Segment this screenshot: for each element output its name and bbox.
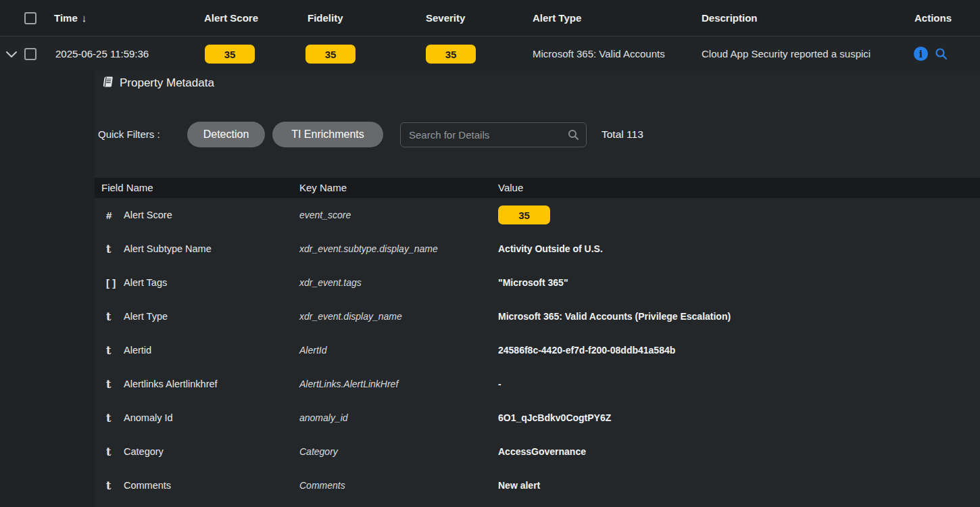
key-name-cell: AlertLinks.AlertLinkHref xyxy=(299,379,498,389)
total-count: Total 113 xyxy=(602,122,643,147)
text-type-icon: t xyxy=(106,243,120,256)
key-name-cell: event_score xyxy=(299,210,498,220)
details-search xyxy=(400,122,587,147)
search-icon xyxy=(567,128,580,141)
search-action-icon[interactable] xyxy=(934,47,948,61)
table-row: t Alert Subtype Name xdr_event.subtype.d… xyxy=(95,232,980,266)
field-name-cell: t Alert Type xyxy=(95,310,299,323)
severity-badge: 35 xyxy=(426,45,476,64)
text-type-icon: t xyxy=(106,378,120,391)
field-label: Anomaly Id xyxy=(124,412,173,423)
column-header-time[interactable]: Time↓ xyxy=(54,0,87,37)
column-header-severity: Severity xyxy=(426,0,465,37)
key-name-cell: Comments xyxy=(299,480,498,491)
field-name-column-header: Field Name xyxy=(101,178,153,198)
chevron-down-icon[interactable] xyxy=(5,50,18,59)
value-column-header: Value xyxy=(498,178,523,198)
key-name-cell: anomaly_id xyxy=(299,412,498,423)
metadata-rows: # Alert Score event_score 35 t Alert Sub… xyxy=(95,198,980,502)
time-header-label: Time xyxy=(54,12,78,24)
value-cell: Activity Outside of U.S. xyxy=(498,243,980,254)
table-row: # Alert Score event_score 35 xyxy=(95,198,980,232)
table-row: t Category Category AccessGovernance xyxy=(95,435,980,468)
select-all-checkbox[interactable] xyxy=(24,12,36,24)
value-cell: 24586f8c-4420-ef7d-f200-08ddb41a584b xyxy=(498,345,980,356)
text-type-icon: t xyxy=(106,445,120,458)
fidelity-badge: 35 xyxy=(305,45,356,64)
field-label: Alert Subtype Name xyxy=(124,243,212,254)
key-name-column-header: Key Name xyxy=(299,178,347,198)
column-header-alert-score: Alert Score xyxy=(204,0,258,37)
value-cell: New alert xyxy=(498,480,980,491)
alert-detail-panel: Property Metadata Quick Filters : Detect… xyxy=(95,71,980,507)
text-type-icon: t xyxy=(106,479,120,492)
metadata-table-header: Field Name Key Name Value xyxy=(95,178,980,198)
details-search-input[interactable] xyxy=(400,122,587,147)
field-name-cell: t Category xyxy=(95,445,299,458)
value-cell: Microsoft 365: Valid Accounts (Privilege… xyxy=(498,311,980,322)
text-type-icon: t xyxy=(106,344,120,357)
field-name-cell: t Anomaly Id xyxy=(95,412,299,425)
value-cell: 6O1_qJcBdkv0CogtPY6Z xyxy=(498,412,980,423)
key-name-cell: xdr_event.subtype.display_name xyxy=(299,243,498,254)
field-label: Alertlinks Alertlinkhref xyxy=(124,379,218,389)
alerts-screen: Time↓ Alert Score Fidelity Severity Aler… xyxy=(0,0,980,507)
field-label: Alert Score xyxy=(124,210,172,220)
key-name-cell: xdr_event.display_name xyxy=(299,311,498,322)
field-name-cell: # Alert Score xyxy=(95,210,299,221)
field-label: Comments xyxy=(124,480,171,491)
table-row: t Comments Comments New alert xyxy=(95,468,980,502)
alert-description-value: Cloud App Security reported a suspici xyxy=(702,37,871,71)
ti-enrichments-filter-button[interactable]: TI Enrichments xyxy=(272,122,383,147)
alert-table-row: 2025-06-25 11:59:36 35 35 35 Microsoft 3… xyxy=(0,37,980,71)
field-label: Category xyxy=(124,446,164,457)
column-header-alert-type: Alert Type xyxy=(533,0,581,37)
value-cell: AccessGovernance xyxy=(498,446,980,457)
detection-filter-button[interactable]: Detection xyxy=(187,122,265,147)
value-cell: 35 xyxy=(498,206,980,224)
value-cell: "Microsoft 365" xyxy=(498,277,980,288)
sort-descending-icon[interactable]: ↓ xyxy=(82,12,87,24)
field-name-cell: t Alert Subtype Name xyxy=(95,243,299,256)
key-name-cell: xdr_event.tags xyxy=(299,277,498,288)
key-name-cell: AlertId xyxy=(299,345,498,356)
alert-type-value: Microsoft 365: Valid Accounts xyxy=(533,37,665,71)
column-header-actions: Actions xyxy=(914,0,952,37)
array-type-icon: [ ] xyxy=(106,277,120,289)
row-checkbox[interactable] xyxy=(24,48,36,60)
quick-filters-label: Quick Filters : xyxy=(98,122,160,147)
number-type-icon: # xyxy=(106,210,120,221)
score-value-badge: 35 xyxy=(498,206,550,224)
field-name-cell: t Comments xyxy=(95,479,299,492)
value-cell: - xyxy=(498,379,980,389)
alert-score-badge: 35 xyxy=(205,45,255,64)
alert-table-header: Time↓ Alert Score Fidelity Severity Aler… xyxy=(0,0,980,37)
table-row: t Alert Type xdr_event.display_name Micr… xyxy=(95,299,980,333)
text-type-icon: t xyxy=(106,412,120,425)
text-type-icon: t xyxy=(106,310,120,323)
key-name-cell: Category xyxy=(299,446,498,457)
field-name-cell: [ ] Alert Tags xyxy=(95,277,299,289)
table-row: [ ] Alert Tags xdr_event.tags "Microsoft… xyxy=(95,266,980,299)
alert-time: 2025-06-25 11:59:36 xyxy=(55,37,149,71)
row-actions: i xyxy=(914,47,948,61)
section-title: Property Metadata xyxy=(120,76,214,90)
table-row: t Alertid AlertId 24586f8c-4420-ef7d-f20… xyxy=(95,333,980,367)
table-row: t Alertlinks Alertlinkhref AlertLinks.Al… xyxy=(95,367,980,401)
field-label: Alertid xyxy=(124,345,151,356)
property-metadata-section: Property Metadata xyxy=(102,76,214,91)
quick-filter-bar: Quick Filters : Detection TI Enrichments… xyxy=(95,122,980,147)
field-label: Alert Type xyxy=(124,311,168,322)
info-icon[interactable]: i xyxy=(914,47,928,61)
table-row: t Anomaly Id anomaly_id 6O1_qJcBdkv0Cogt… xyxy=(95,401,980,435)
column-header-fidelity: Fidelity xyxy=(308,0,343,37)
book-icon xyxy=(101,76,114,91)
column-header-description: Description xyxy=(702,0,758,37)
field-name-cell: t Alertid xyxy=(95,344,299,357)
field-label: Alert Tags xyxy=(124,277,167,288)
property-metadata-table: Field Name Key Name Value # Alert Score … xyxy=(95,178,980,502)
field-name-cell: t Alertlinks Alertlinkhref xyxy=(95,378,299,391)
